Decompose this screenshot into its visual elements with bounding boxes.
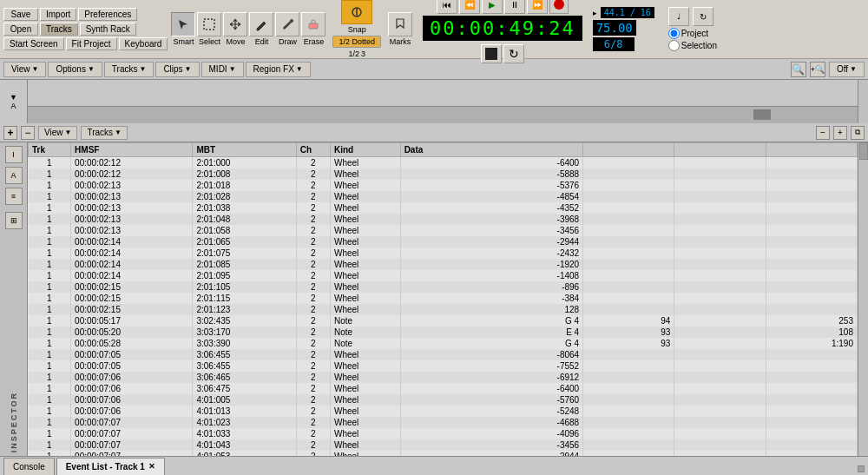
- console-tab[interactable]: Console: [3, 458, 55, 475]
- loop2-btn[interactable]: ↻: [693, 7, 713, 26]
- tracks-sec-btn[interactable]: Tracks ▼: [104, 62, 155, 77]
- table-scroll[interactable]: Trk HMSF MBT Ch Kind Data 100:00:02:122:…: [28, 142, 858, 456]
- inspector-icon-2[interactable]: A: [5, 167, 23, 184]
- clips-btn[interactable]: Clips ▼: [155, 62, 199, 77]
- table-row[interactable]: 100:00:02:122:01:0002Wheel-6400: [29, 157, 858, 169]
- v-scrollbar-main[interactable]: [858, 142, 868, 456]
- play-btn[interactable]: ▶: [482, 0, 503, 14]
- edit-tool[interactable]: [249, 12, 273, 36]
- scroll-thumb[interactable]: [859, 142, 868, 160]
- v-scrollbar-top[interactable]: [858, 80, 868, 123]
- table-row[interactable]: 100:00:02:142:01:0852Wheel-1920: [29, 259, 858, 270]
- save-button[interactable]: Save: [3, 8, 38, 21]
- table-row[interactable]: 100:00:02:152:01:1232Wheel128: [29, 304, 858, 315]
- smart-tool[interactable]: [171, 12, 195, 36]
- table-row[interactable]: 100:00:02:132:01:0582Wheel-3456: [29, 225, 858, 236]
- cell-c1: 94: [583, 315, 674, 327]
- move-tool[interactable]: [223, 12, 247, 36]
- selection-radio[interactable]: [668, 40, 680, 51]
- table-row[interactable]: 100:00:02:152:01:1052Wheel-896: [29, 281, 858, 293]
- table-row[interactable]: 100:00:07:053:06:4552Wheel-8064: [29, 349, 858, 360]
- table-row[interactable]: 100:00:02:132:01:0282Wheel-4854: [29, 191, 858, 202]
- table-row[interactable]: 100:00:02:142:01:0752Wheel-2432: [29, 247, 858, 259]
- zoom-out-btn[interactable]: 🔍: [791, 62, 806, 77]
- view-btn[interactable]: View ▼: [3, 62, 46, 77]
- table-row[interactable]: 100:00:07:074:01:0432Wheel-3456: [29, 439, 858, 451]
- inspector-icon-3[interactable]: ≡: [5, 188, 23, 205]
- keyboard-button[interactable]: Keyboard: [119, 37, 168, 50]
- clip-icon2[interactable]: A: [10, 102, 16, 110]
- tracks-label-btn[interactable]: Tracks ▼: [81, 126, 128, 140]
- cell-kind: Wheel: [330, 270, 400, 281]
- record-btn[interactable]: [549, 0, 569, 14]
- rewind-to-start-btn[interactable]: ⏮: [437, 0, 457, 14]
- draw-tool[interactable]: [275, 12, 299, 36]
- pause-btn[interactable]: ⏸: [504, 0, 525, 14]
- table-row[interactable]: 100:00:07:063:06:4752Wheel-6400: [29, 383, 858, 394]
- cell-c2: [674, 327, 766, 338]
- loop-btn[interactable]: ↻: [503, 44, 524, 63]
- inspector-icon-1[interactable]: I: [5, 146, 23, 163]
- tempo-value[interactable]: 75.00: [593, 20, 636, 36]
- table-row[interactable]: 100:00:07:053:06:4552Wheel-7552: [29, 360, 858, 372]
- table-row[interactable]: 100:00:02:132:01:0182Wheel-5376: [29, 180, 858, 191]
- start-screen-button[interactable]: Start Screen: [3, 37, 64, 50]
- cell-data: -5376: [400, 180, 583, 191]
- table-row[interactable]: 100:00:07:074:01:0332Wheel-4096: [29, 428, 858, 439]
- erase-tool[interactable]: [301, 12, 326, 36]
- table-row[interactable]: 100:00:02:132:01:0482Wheel-3968: [29, 214, 858, 225]
- cell-c2: [674, 360, 766, 372]
- fast-forward-btn[interactable]: ⏩: [527, 0, 548, 14]
- hzoom-in[interactable]: +: [833, 126, 847, 140]
- vzoom[interactable]: ⧉: [851, 126, 865, 140]
- select-tool[interactable]: [197, 12, 221, 36]
- clip-icon[interactable]: ▼: [10, 93, 17, 102]
- fit-project-button[interactable]: Fit Project: [66, 37, 117, 50]
- remove-track-btn[interactable]: −: [21, 126, 35, 140]
- cell-mbt: 3:06:475: [193, 383, 296, 394]
- region-fx-btn[interactable]: Region FX ▼: [246, 62, 311, 77]
- import-button[interactable]: Import: [40, 8, 76, 21]
- inspector-icon-4[interactable]: ⊞: [5, 212, 23, 229]
- table-row[interactable]: 100:00:07:064:01:0132Wheel-5248: [29, 406, 858, 417]
- table-row[interactable]: 100:00:07:074:01:0232Wheel-4688: [29, 417, 858, 428]
- snap-value-btn[interactable]: 1/2 Dotted: [332, 36, 381, 48]
- table-row[interactable]: 100:00:02:142:01:0952Wheel-1408: [29, 270, 858, 281]
- ruler-area[interactable]: [28, 80, 858, 123]
- cell-c1: [583, 360, 674, 372]
- table-row[interactable]: 100:00:02:122:01:0082Wheel-5888: [29, 168, 858, 180]
- synth-rack-button[interactable]: Synth Rack: [80, 23, 136, 36]
- h-scroll-thumb[interactable]: [858, 465, 865, 472]
- bottom-scrollbar: [858, 460, 865, 472]
- selection-radio-label[interactable]: Selection: [668, 40, 717, 51]
- table-row[interactable]: 100:00:05:173:02:4352NoteG 494253: [29, 315, 858, 327]
- hzoom-out[interactable]: −: [816, 126, 830, 140]
- table-row[interactable]: 100:00:02:142:01:0652Wheel-2944: [29, 236, 858, 247]
- tracks-button[interactable]: Tracks: [40, 23, 78, 36]
- view-tracks-btn[interactable]: View ▼: [38, 126, 77, 140]
- marks-tool[interactable]: [388, 12, 412, 36]
- preferences-button[interactable]: Preferences: [78, 8, 137, 21]
- table-row[interactable]: 100:00:07:064:01:0052Wheel-5760: [29, 394, 858, 406]
- zoom-in-btn[interactable]: +🔍: [810, 62, 825, 77]
- stop-btn[interactable]: [481, 44, 502, 63]
- off-btn[interactable]: Off ▼: [829, 62, 865, 77]
- table-row[interactable]: 100:00:02:152:01:1152Wheel-384: [29, 293, 858, 304]
- table-row[interactable]: 100:00:02:132:01:0382Wheel-4352: [29, 202, 858, 214]
- project-radio-label[interactable]: Project: [668, 28, 717, 39]
- table-row[interactable]: 100:00:05:283:03:3902NoteG 4931:190: [29, 338, 858, 349]
- close-tab-icon[interactable]: ✕: [148, 462, 155, 471]
- open-button[interactable]: Open: [3, 23, 38, 36]
- time-sig-value[interactable]: 6/8: [593, 37, 635, 51]
- snap-tool[interactable]: [341, 0, 372, 24]
- options-btn[interactable]: Options ▼: [48, 62, 102, 77]
- table-row[interactable]: 100:00:07:063:06:4652Wheel-6912: [29, 372, 858, 383]
- rewind-btn[interactable]: ⏪: [459, 0, 480, 14]
- add-track-btn[interactable]: +: [3, 126, 17, 140]
- metronome-btn[interactable]: ♩: [668, 7, 689, 26]
- cell-hmsf: 00:00:07:07: [71, 439, 193, 451]
- table-row[interactable]: 100:00:05:203:03:1702NoteE 493108: [29, 327, 858, 338]
- midi-btn[interactable]: MIDI ▼: [201, 62, 244, 77]
- event-list-tab[interactable]: Event List - Track 1 ✕: [56, 458, 165, 475]
- project-radio[interactable]: [668, 28, 680, 39]
